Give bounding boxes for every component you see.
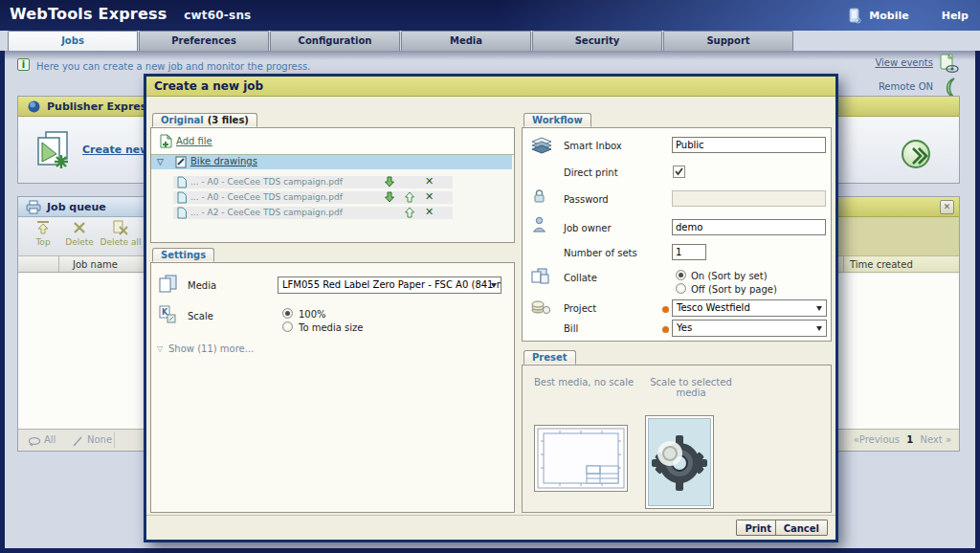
delete-all-icon	[112, 220, 129, 235]
top-bar: WebTools Express cwt60-sns Mobile Help	[0, 0, 980, 31]
file-name: ... - A0 - CeeCee TDS campaign.pdf	[190, 177, 343, 187]
preset-scale-to-media-thumbnail[interactable]	[645, 415, 714, 509]
project-select[interactable]: Tesco Westfield	[672, 299, 827, 317]
project-label: Project	[564, 303, 596, 314]
file-row[interactable]: ... - A0 - CeeCee TDS campaign.pdf ✕	[173, 176, 453, 188]
original-section: Add file ▽ Bike drawings ... - A0 - Ce	[150, 127, 515, 243]
dialog-body: Original(3 files) Add file ▽ Bike drawin…	[146, 97, 835, 515]
file-icon	[177, 191, 188, 204]
current-page[interactable]: 1	[906, 434, 913, 445]
remove-file-icon[interactable]: ✕	[425, 206, 434, 218]
required-indicator	[662, 306, 669, 313]
view-events-icon[interactable]	[939, 54, 960, 74]
delete-all-button[interactable]: Delete all	[99, 220, 143, 247]
dropdown-arrow-icon	[491, 283, 497, 288]
move-up-icon[interactable]	[404, 207, 415, 218]
app-title: WebTools Express	[10, 5, 167, 23]
project-icon	[530, 299, 551, 315]
job-owner-label: Job owner	[564, 223, 612, 233]
collate-on-radio[interactable]	[676, 270, 686, 280]
tab-jobs[interactable]: Jobs	[8, 31, 138, 51]
remove-file-icon[interactable]: ✕	[425, 175, 434, 188]
scale-fit-radio[interactable]	[282, 321, 293, 332]
job-owner-input[interactable]	[672, 219, 826, 235]
preset-best-media-thumbnail[interactable]	[534, 425, 628, 492]
create-job-icon[interactable]	[35, 130, 70, 170]
print-button[interactable]: Print	[736, 520, 780, 536]
app-brand: WebTools Express cwt60-sns	[10, 5, 251, 23]
collate-icon	[530, 268, 550, 285]
delete-button[interactable]: Delete	[62, 220, 97, 247]
direct-print-checkbox[interactable]	[673, 166, 685, 178]
drawings-icon	[175, 156, 188, 168]
dropdown-arrow-icon	[816, 306, 822, 311]
file-count: (3 files)	[208, 115, 249, 125]
add-file-link[interactable]: Add file	[176, 136, 212, 146]
move-down-icon[interactable]	[384, 176, 395, 188]
workflow-section: Smart Inbox Direct print Password Job ow…	[522, 127, 832, 342]
media-select[interactable]: LFM055 Red Label Zero Paper - FSC A0 (84…	[278, 276, 501, 294]
tab-support[interactable]: Support	[663, 31, 793, 51]
info-icon: i	[17, 58, 30, 71]
password-label: Password	[564, 194, 609, 205]
tab-configuration[interactable]: Configuration	[270, 31, 400, 51]
password-input[interactable]	[672, 190, 826, 207]
printer-icon	[26, 200, 41, 214]
scale-icon: K	[159, 305, 176, 323]
file-row[interactable]: ... - A2 - CeeCee TDS campaign.pdf ✕	[173, 207, 453, 219]
cancel-button[interactable]: Cancel	[775, 520, 828, 536]
original-section-tab: Original(3 files)	[152, 113, 257, 127]
tab-media[interactable]: Media	[401, 31, 531, 51]
media-icon	[159, 275, 178, 293]
job-queue-title: Job queue	[47, 201, 106, 213]
move-up-icon[interactable]	[404, 191, 415, 203]
help-link[interactable]: Help	[942, 10, 969, 22]
bill-select[interactable]: Yes	[672, 320, 827, 337]
file-row[interactable]: ... - A0 - CeeCee TDS campaign.pdf ✕	[173, 191, 453, 204]
select-none-icon[interactable]	[72, 436, 83, 447]
file-group-row[interactable]: ▽ Bike drawings	[151, 155, 512, 169]
page: WebTools Express cwt60-sns Mobile Help J…	[0, 0, 980, 553]
view-events-link[interactable]: View events	[875, 57, 933, 68]
mobile-link[interactable]: Mobile	[869, 10, 908, 22]
scale-100-radio[interactable]	[282, 308, 293, 319]
workflow-section-tab: Workflow	[523, 113, 591, 127]
select-all-icon[interactable]	[28, 436, 41, 447]
select-all-link[interactable]: All	[44, 434, 56, 445]
settings-section-tab: Settings	[152, 248, 214, 262]
scale-100-label: 100%	[299, 309, 326, 320]
smart-inbox-label: Smart Inbox	[564, 141, 622, 151]
collate-off-radio[interactable]	[676, 283, 686, 294]
select-none-link[interactable]: None	[87, 434, 112, 445]
mobile-icon[interactable]	[848, 8, 861, 24]
dropdown-arrow-icon	[816, 326, 822, 331]
top-icon	[34, 220, 52, 235]
tree-collapse-icon[interactable]: ▽	[157, 157, 164, 166]
smart-inbox-icon	[530, 136, 553, 155]
tab-preferences[interactable]: Preferences	[139, 31, 269, 51]
file-name: ... - A0 - CeeCee TDS campaign.pdf	[190, 192, 343, 202]
next-page-link[interactable]: Next »	[920, 434, 951, 445]
user-icon	[532, 216, 546, 232]
show-more-arrow-icon[interactable]: ▽	[157, 344, 163, 353]
close-panel-button[interactable]: ✕	[940, 200, 954, 214]
top-button[interactable]: Top	[30, 220, 56, 247]
number-of-sets-label: Number of sets	[564, 248, 637, 258]
previous-page-link[interactable]: «Previous	[854, 434, 900, 445]
delete-icon	[73, 220, 86, 235]
show-more-link[interactable]: Show (11) more...	[168, 343, 254, 354]
preset-option1-label: Best media, no scale	[526, 377, 641, 387]
sphere-icon	[28, 100, 40, 113]
tab-security[interactable]: Security	[532, 31, 662, 51]
add-file-icon[interactable]	[159, 134, 172, 148]
forward-icon[interactable]	[902, 140, 930, 168]
move-down-icon[interactable]	[384, 191, 395, 203]
smart-inbox-input[interactable]	[672, 137, 826, 153]
create-job-dialog: Create a new job Original(3 files) Add f…	[144, 74, 838, 542]
file-group-link[interactable]: Bike drawings	[190, 156, 257, 166]
preset-section: Best media, no scale Scale to selected m…	[522, 365, 832, 513]
remote-toggle-label[interactable]: Remote ON	[879, 81, 933, 92]
number-of-sets-input[interactable]	[672, 244, 706, 260]
file-list: ▽ Bike drawings ... - A0 - CeeCee TDS ca…	[151, 154, 514, 242]
remove-file-icon[interactable]: ✕	[425, 190, 434, 203]
